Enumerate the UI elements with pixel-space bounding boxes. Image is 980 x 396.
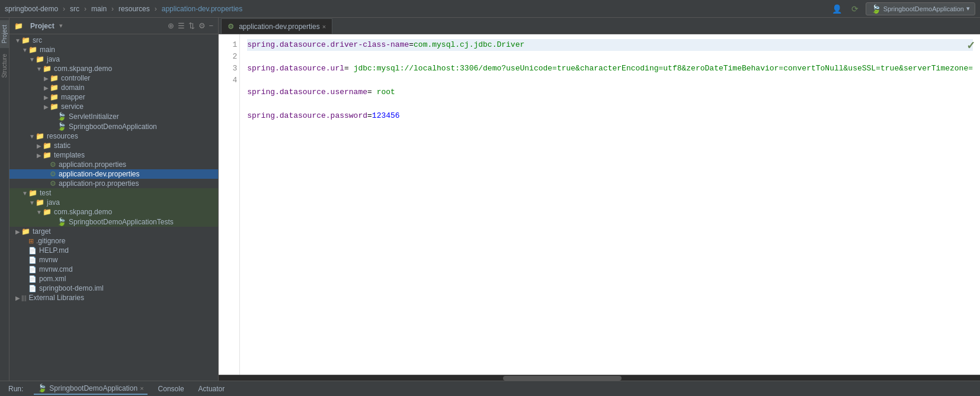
sort-button[interactable]: ⇅ bbox=[188, 21, 195, 30]
label-help: HELP.md bbox=[39, 246, 69, 255]
project-side-tab[interactable]: Project bbox=[0, 20, 9, 48]
folder-icon-test: 📁 bbox=[28, 189, 37, 197]
arrow-java-test: ▼ bbox=[28, 199, 36, 206]
run-config-selector[interactable]: 🍃 SpringbootDemoApplication ▾ bbox=[866, 2, 975, 15]
folder-icon-target: 📁 bbox=[21, 227, 30, 236]
label-app-props: application.properties bbox=[59, 160, 126, 169]
actuator-tab[interactable]: Actuator bbox=[195, 384, 229, 394]
breadcrumb-main[interactable]: main bbox=[91, 5, 107, 13]
tree-item-java-test[interactable]: ▼ 📁 java bbox=[9, 198, 218, 207]
sh-file-icon-mvnw: 📄 bbox=[28, 256, 37, 264]
label-service: service bbox=[61, 102, 84, 111]
editor-tab-active[interactable]: ⚙ application-dev.properties × bbox=[221, 18, 332, 34]
tree-item-app-props[interactable]: ⚙ application.properties bbox=[9, 160, 218, 169]
collapse-all-button[interactable]: ☰ bbox=[178, 21, 185, 30]
folder-icon-service: 📁 bbox=[50, 102, 59, 111]
tree-item-test[interactable]: ▼ 📁 test bbox=[9, 188, 218, 198]
md-file-icon: 📄 bbox=[28, 247, 37, 255]
breadcrumb-resources[interactable]: resources bbox=[119, 5, 150, 13]
run-text: Run: bbox=[8, 385, 23, 393]
label-target: target bbox=[33, 227, 51, 236]
dropdown-icon: ▾ bbox=[966, 5, 970, 12]
tree-item-mapper[interactable]: ▶ 📁 mapper bbox=[9, 92, 218, 102]
label-test: test bbox=[40, 189, 51, 197]
tree-item-app-dev-props[interactable]: ⚙ application-dev.properties bbox=[9, 169, 218, 179]
tree-item-resources[interactable]: ▼ 📁 resources bbox=[9, 131, 218, 141]
breadcrumb-src[interactable]: src bbox=[70, 5, 79, 13]
tree-item-ext-libs[interactable]: ▶ ||| External Libraries bbox=[9, 293, 218, 302]
editor-tabs: ⚙ application-dev.properties × bbox=[219, 18, 980, 34]
sh-file-icon-mvnw-cmd: 📄 bbox=[28, 266, 37, 273]
folder-icon-java-test: 📁 bbox=[36, 198, 44, 207]
tree-item-gitignore[interactable]: ⊞ .gitignore bbox=[9, 236, 218, 246]
label-mvnw: mvnw bbox=[39, 256, 57, 264]
tree-item-main[interactable]: ▼ 📁 main bbox=[9, 45, 218, 54]
label-mvnw-cmd: mvnw.cmd bbox=[39, 265, 73, 273]
folder-icon-src: 📁 bbox=[21, 36, 30, 44]
tree-item-iml[interactable]: 📄 springboot-demo.iml bbox=[9, 284, 218, 293]
code-key-2: spring.datasource.url bbox=[247, 64, 344, 73]
tree-item-pom[interactable]: 📄 pom.xml bbox=[9, 274, 218, 284]
tree-item-target[interactable]: ▶ 📁 target bbox=[9, 227, 218, 236]
side-tabs-panel: Project Structure bbox=[0, 18, 9, 381]
tree-item-help[interactable]: 📄 HELP.md bbox=[9, 246, 218, 255]
arrow-src: ▼ bbox=[14, 37, 21, 44]
editor-area: ⚙ application-dev.properties × 1 2 3 4 s… bbox=[219, 18, 980, 381]
tree-item-java[interactable]: ▼ 📁 java bbox=[9, 54, 218, 64]
tree-item-app-tests[interactable]: 🍃 SpringbootDemoApplicationTests bbox=[9, 217, 218, 227]
breadcrumb-file: application-dev.properties bbox=[162, 5, 243, 13]
profile-button[interactable]: 👤 bbox=[830, 3, 844, 15]
structure-side-tab[interactable]: Structure bbox=[0, 49, 9, 83]
editor-scrollbar[interactable] bbox=[219, 375, 980, 381]
arrow-domain: ▶ bbox=[43, 85, 50, 91]
update-button[interactable]: ⟳ bbox=[849, 3, 861, 15]
project-dropdown-arrow[interactable]: ▾ bbox=[59, 22, 63, 30]
code-eq-3: = bbox=[367, 88, 372, 96]
line-num-3: 3 bbox=[221, 63, 237, 75]
tree-item-static[interactable]: ▶ 📁 static bbox=[9, 141, 218, 150]
tree-item-templates[interactable]: ▶ 📁 templates bbox=[9, 150, 218, 160]
run-tab-close[interactable]: × bbox=[140, 385, 143, 392]
arrow-resources: ▼ bbox=[28, 133, 36, 140]
console-tab[interactable]: Console bbox=[155, 384, 188, 394]
line-numbers: 1 2 3 4 bbox=[219, 34, 240, 375]
tree-item-domain[interactable]: ▶ 📁 domain bbox=[9, 83, 218, 92]
line-num-1: 1 bbox=[221, 39, 237, 51]
tree-item-src[interactable]: ▼ 📁 src bbox=[9, 36, 218, 45]
console-label: Console bbox=[158, 385, 184, 393]
folder-icon-controller: 📁 bbox=[50, 74, 59, 82]
tab-label: application-dev.properties bbox=[239, 22, 320, 31]
tree-item-mvnw-cmd[interactable]: 📄 mvnw.cmd bbox=[9, 265, 218, 274]
label-gitignore: .gitignore bbox=[36, 237, 65, 245]
scrollbar-thumb[interactable] bbox=[503, 376, 622, 381]
arrow-controller: ▶ bbox=[43, 75, 50, 82]
code-content[interactable]: spring.datasource.driver-class-name=com.… bbox=[240, 34, 980, 375]
tab-close-button[interactable]: × bbox=[322, 23, 326, 30]
tree-item-package[interactable]: ▼ 📁 com.skpang.demo bbox=[9, 64, 218, 73]
minimize-button[interactable]: − bbox=[209, 21, 214, 30]
bottom-bar: Run: 🍃 SpringbootDemoApplication × Conso… bbox=[0, 381, 980, 396]
tree-item-service[interactable]: ▶ 📁 service bbox=[9, 102, 218, 111]
tab-file-icon: ⚙ bbox=[228, 22, 234, 31]
line-num-4: 4 bbox=[221, 75, 237, 86]
locate-button[interactable]: ⊕ bbox=[168, 21, 174, 30]
tree-item-package-test[interactable]: ▼ 📁 com.skpang.demo bbox=[9, 207, 218, 217]
spring-icon-servlet: 🍃 bbox=[57, 112, 66, 121]
arrow-service: ▶ bbox=[43, 104, 50, 110]
code-key-1: spring.datasource.driver-class-name bbox=[247, 40, 409, 49]
tree-item-controller[interactable]: ▶ 📁 controller bbox=[9, 73, 218, 83]
label-ext-libs: External Libraries bbox=[29, 294, 84, 302]
breadcrumb: springboot-demo › src › main › resources… bbox=[5, 5, 242, 13]
label-mapper: mapper bbox=[61, 93, 85, 101]
label-app-tests: SpringbootDemoApplicationTests bbox=[69, 218, 174, 226]
run-app-tab[interactable]: 🍃 SpringbootDemoApplication × bbox=[34, 382, 147, 395]
settings-button[interactable]: ⚙ bbox=[198, 21, 206, 30]
tree-item-mvnw[interactable]: 📄 mvnw bbox=[9, 255, 218, 265]
label-src: src bbox=[33, 36, 42, 44]
code-eq-4: = bbox=[367, 111, 372, 120]
tree-item-servlet-initializer[interactable]: 🍃 ServletInitializer bbox=[9, 111, 218, 121]
tree-item-springboot-app[interactable]: 🍃 SpringbootDemoApplication bbox=[9, 121, 218, 131]
tree-item-app-pro-props[interactable]: ⚙ application-pro.properties bbox=[9, 179, 218, 188]
breadcrumb-project[interactable]: springboot-demo bbox=[5, 5, 58, 13]
label-servlet-initializer: ServletInitializer bbox=[69, 112, 119, 121]
